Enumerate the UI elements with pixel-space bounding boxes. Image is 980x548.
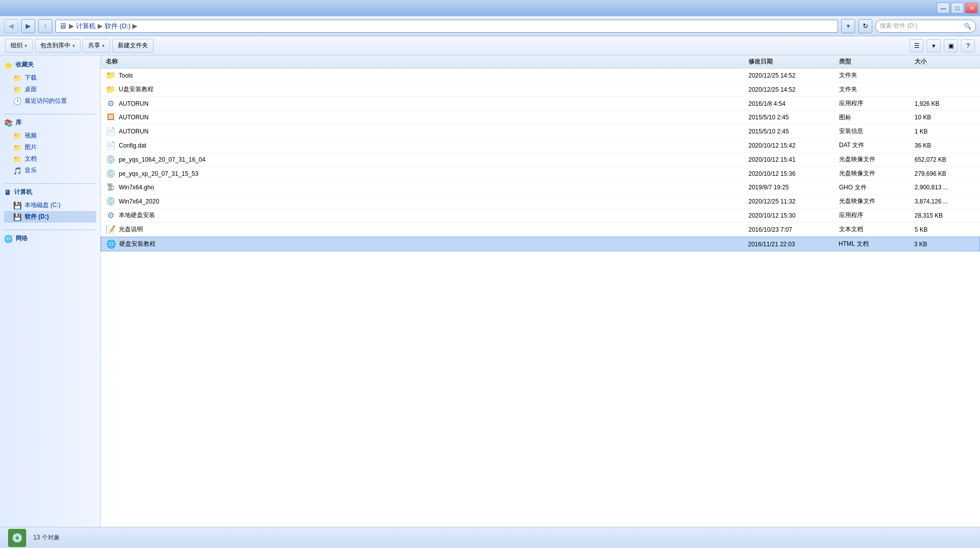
view-toggle-button[interactable]: ☰ <box>910 39 924 52</box>
file-name: pe_yqs_1064_20_07_31_16_04 <box>119 156 205 163</box>
path-drive[interactable]: 软件 (D:) <box>105 22 130 31</box>
table-row[interactable]: 📝 光盘说明 2016/10/23 7:07 文本文档 5 KB <box>101 223 980 237</box>
file-name: Win7x64_2020 <box>119 198 159 205</box>
file-name: 光盘说明 <box>119 225 143 234</box>
file-icon: 📄 <box>106 141 116 150</box>
network-label: 网络 <box>16 234 28 243</box>
file-size: 1 KB <box>915 128 975 135</box>
new-folder-button[interactable]: 新建文件夹 <box>112 39 154 53</box>
path-computer[interactable]: 计算机 <box>76 22 96 31</box>
close-button[interactable]: ✕ <box>965 3 978 14</box>
desktop-icon: 📁 <box>13 86 22 94</box>
share-button[interactable]: 共享 ▾ <box>83 39 110 53</box>
file-name-cell: 🖼 AUTORUN <box>106 113 748 122</box>
refresh-button[interactable]: ↻ <box>858 19 872 33</box>
sidebar-item-recent[interactable]: 🕐 最近访问的位置 <box>4 95 96 107</box>
file-type: 光盘映像文件 <box>839 197 915 206</box>
table-row[interactable]: 📄 AUTORUN 2015/5/10 2:45 安装信息 1 KB <box>101 124 980 139</box>
sidebar-computer-header[interactable]: 🖥 计算机 <box>4 188 96 196</box>
sidebar-library-header[interactable]: 📚 库 <box>4 118 96 127</box>
divider-1 <box>4 114 96 114</box>
file-modified: 2020/10/12 15:36 <box>748 170 839 177</box>
file-size: 3 KB <box>914 241 974 248</box>
file-icon: 📁 <box>106 85 116 94</box>
file-list: 📁 Tools 2020/12/25 14:52 文件夹 📁 U盘安装教程 20… <box>101 68 980 251</box>
sidebar-item-music[interactable]: 🎵 音乐 <box>4 165 96 176</box>
table-row[interactable]: 📁 U盘安装教程 2020/12/25 14:52 文件夹 <box>101 83 980 97</box>
file-size: 5 KB <box>915 226 975 233</box>
file-name-cell: 📁 Tools <box>106 71 748 80</box>
file-list-header: 名称 修改日期 类型 大小 <box>101 55 980 68</box>
file-name: Tools <box>119 72 133 79</box>
include-library-button[interactable]: 包含到库中 ▾ <box>35 39 81 53</box>
sidebar-favorites-section: ⭐ 收藏夹 📁 下载 📁 桌面 🕐 最近访问的位置 <box>4 60 96 107</box>
table-row[interactable]: 💿 Win7x64_2020 2020/12/25 11:32 光盘映像文件 3… <box>101 194 980 209</box>
path-dropdown-button[interactable]: ▾ <box>841 19 855 33</box>
table-row[interactable]: ⚙ AUTORUN 2016/1/8 4:54 应用程序 1,926 KB <box>101 97 980 111</box>
download-label: 下载 <box>25 74 37 82</box>
col-name[interactable]: 名称 <box>106 57 748 66</box>
col-type[interactable]: 类型 <box>839 57 915 66</box>
file-icon: 🌐 <box>106 239 116 249</box>
file-name-cell: 📁 U盘安装教程 <box>106 85 748 94</box>
sidebar-item-doc[interactable]: 📁 文档 <box>4 153 96 165</box>
file-name-cell: 💿 Win7x64_2020 <box>106 196 748 206</box>
file-name: 硬盘安装教程 <box>119 240 156 248</box>
file-size: 10 KB <box>915 114 975 121</box>
sidebar-item-download[interactable]: 📁 下载 <box>4 72 96 84</box>
table-row[interactable]: 📄 Config.dat 2020/10/12 15:42 DAT 文件 36 … <box>101 139 980 153</box>
path-sep-2: ▶ <box>98 22 103 30</box>
sidebar-network-section: 🌐 网络 <box>4 234 96 243</box>
file-size: 28,315 KB <box>915 212 975 219</box>
file-name: pe_yqs_xp_20_07_31_15_53 <box>119 170 198 177</box>
file-modified: 2016/11/21 22:03 <box>748 241 839 248</box>
sidebar-item-software-d[interactable]: 💾 软件 (D:) <box>4 211 96 223</box>
file-name-cell: 📝 光盘说明 <box>106 225 748 234</box>
include-library-dropdown-icon: ▾ <box>72 43 75 48</box>
up-button[interactable]: ↑ <box>38 19 52 33</box>
table-row[interactable]: 🖼 AUTORUN 2015/5/10 2:45 图标 10 KB <box>101 111 980 124</box>
status-icon-glyph: 💿 <box>12 532 23 543</box>
path-sep-3: ▶ <box>132 22 137 30</box>
file-icon: 🖼 <box>106 113 116 122</box>
file-icon: ⚙ <box>106 99 116 108</box>
favorites-label: 收藏夹 <box>16 60 34 69</box>
col-modified[interactable]: 修改日期 <box>748 57 839 66</box>
sidebar-network-header[interactable]: 🌐 网络 <box>4 234 96 243</box>
table-row[interactable]: 💿 pe_yqs_xp_20_07_31_15_53 2020/10/12 15… <box>101 167 980 181</box>
sidebar-item-desktop[interactable]: 📁 桌面 <box>4 84 96 95</box>
table-row[interactable]: ⚙ 本地硬盘安装 2020/10/12 15:30 应用程序 28,315 KB <box>101 209 980 223</box>
file-icon: ⚙ <box>106 211 116 220</box>
sidebar-item-image[interactable]: 📁 图片 <box>4 142 96 153</box>
table-row[interactable]: 🗜 Win7x64.gho 2019/9/7 19:25 GHO 文件 2,90… <box>101 181 980 194</box>
file-name-cell: 📄 Config.dat <box>106 141 748 150</box>
search-placeholder: 搜索 软件 (D:) <box>880 22 918 30</box>
help-button[interactable]: ? <box>961 39 975 52</box>
sidebar: ⭐ 收藏夹 📁 下载 📁 桌面 🕐 最近访问的位置 📚 库 � <box>0 55 101 527</box>
table-row[interactable]: 💿 pe_yqs_1064_20_07_31_16_04 2020/10/12 … <box>101 153 980 167</box>
sidebar-item-local-c[interactable]: 💾 本地磁盘 (C:) <box>4 199 96 211</box>
view-dropdown-button[interactable]: ▾ <box>927 39 941 52</box>
col-size[interactable]: 大小 <box>915 57 975 66</box>
table-row[interactable]: 🌐 硬盘安装教程 2016/11/21 22:03 HTML 文档 3 KB <box>101 237 980 251</box>
sidebar-item-video[interactable]: 📁 视频 <box>4 130 96 142</box>
forward-button[interactable]: ▶ <box>21 19 35 33</box>
sidebar-favorites-header[interactable]: ⭐ 收藏夹 <box>4 60 96 69</box>
file-name: AUTORUN <box>119 128 148 135</box>
divider-3 <box>4 230 96 230</box>
maximize-button[interactable]: □ <box>951 3 964 14</box>
video-label: 视频 <box>25 131 37 140</box>
table-row[interactable]: 📁 Tools 2020/12/25 14:52 文件夹 <box>101 68 980 83</box>
file-size: 652,072 KB <box>915 156 975 163</box>
search-box[interactable]: 搜索 软件 (D:) 🔍 <box>875 20 976 33</box>
file-name: Config.dat <box>119 142 146 149</box>
file-type: 文件夹 <box>839 85 915 94</box>
address-path[interactable]: 🖥 ▶ 计算机 ▶ 软件 (D:) ▶ <box>55 20 838 33</box>
preview-button[interactable]: ▣ <box>944 39 958 52</box>
back-button[interactable]: ◀ <box>4 19 18 33</box>
file-modified: 2020/12/25 11:32 <box>748 198 839 205</box>
minimize-button[interactable]: — <box>937 3 950 14</box>
address-bar: ◀ ▶ ↑ 🖥 ▶ 计算机 ▶ 软件 (D:) ▶ ▾ ↻ 搜索 软件 (D:)… <box>0 16 980 36</box>
file-type: HTML 文档 <box>839 240 914 248</box>
organize-button[interactable]: 组织 ▾ <box>5 39 33 53</box>
